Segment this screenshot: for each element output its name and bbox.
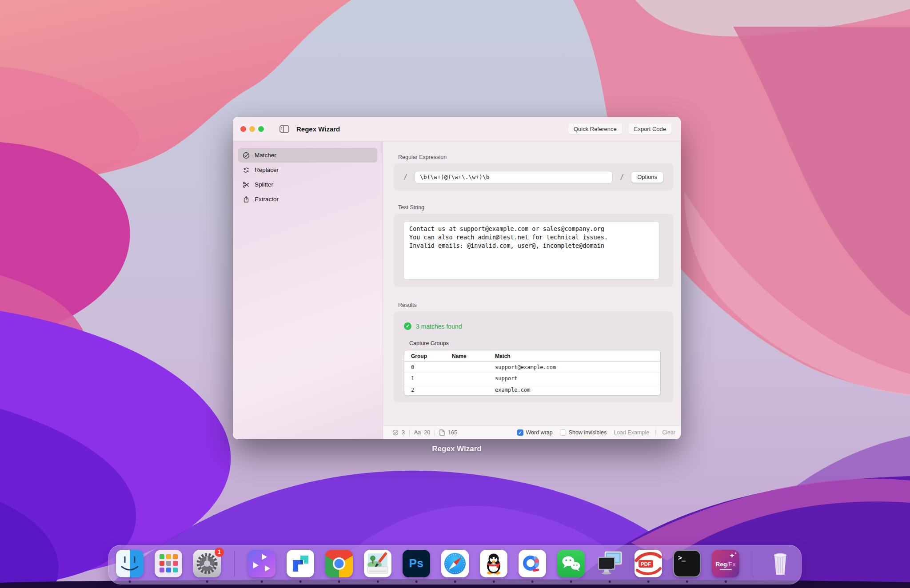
- cell-group: 1: [411, 375, 452, 381]
- dock-item-remote-screens[interactable]: [596, 550, 623, 577]
- titlebar: Regex Wizard Quick Reference Export Code: [233, 117, 681, 141]
- pdf-expert-icon: PDF: [635, 550, 662, 577]
- sidebar-item-label: Replacer: [255, 167, 279, 173]
- baidu-netdisk-icon: [519, 550, 546, 577]
- dock-item-paint-drive-app[interactable]: [364, 550, 391, 577]
- purple-triangles-app-icon: [248, 550, 275, 577]
- dock-item-safari[interactable]: [441, 550, 469, 577]
- dock-item-teambition[interactable]: [287, 550, 314, 577]
- sidebar-item-label: Splitter: [255, 181, 273, 188]
- sparkle-icon: [730, 553, 734, 558]
- sidebar-item-label: Matcher: [255, 152, 276, 159]
- results-section-label: Results: [398, 302, 673, 309]
- sidebar-item-label: Extractor: [255, 196, 279, 203]
- regex-app-name: Reg: [715, 561, 727, 568]
- chrome-icon: [325, 550, 353, 577]
- sidebar-toggle-icon[interactable]: [279, 125, 289, 133]
- status-font-size: 20: [424, 429, 430, 436]
- cell-match: support@example.com: [495, 364, 660, 370]
- paint-drive-app-icon: [364, 550, 391, 577]
- status-match-count: 3: [402, 429, 405, 436]
- dock-item-wechat[interactable]: [557, 550, 585, 577]
- match-count-status: 3 matches found: [416, 323, 462, 330]
- traffic-lights: [240, 126, 264, 132]
- photoshop-icon: Ps: [403, 550, 430, 577]
- word-wrap-checkbox[interactable]: [517, 429, 523, 436]
- regex-wizard-window: Regex Wizard Quick Reference Export Code…: [233, 117, 681, 439]
- sidebar-item-matcher[interactable]: Matcher: [238, 148, 377, 163]
- dock-item-photoshop[interactable]: Ps: [403, 550, 430, 577]
- show-invisibles-toggle[interactable]: Show invisibles: [560, 429, 607, 436]
- sidebar-item-splitter[interactable]: Splitter: [238, 177, 377, 192]
- checkmark-circle-icon: [243, 152, 250, 159]
- terminal-prompt-label: >_: [678, 554, 685, 576]
- test-string-textarea[interactable]: Contact us at support@example.com or sal…: [403, 221, 659, 280]
- dock-item-terminal[interactable]: >_: [673, 550, 701, 577]
- sidebar: Matcher Replacer Splitte: [233, 141, 383, 439]
- table-header-row: Group Name Match: [404, 350, 660, 362]
- column-header-match: Match: [495, 353, 660, 359]
- dock-item-system-settings[interactable]: 1: [193, 550, 221, 577]
- minimize-button[interactable]: [249, 126, 255, 132]
- dock-item-pdf-expert[interactable]: PDF: [635, 550, 662, 577]
- capture-groups-label: Capture Groups: [409, 340, 661, 346]
- zoom-button[interactable]: [258, 126, 264, 132]
- document-icon: [439, 429, 445, 436]
- dock-item-chrome[interactable]: [325, 550, 353, 577]
- sidebar-item-replacer[interactable]: Replacer: [238, 163, 377, 177]
- column-header-group: Group: [411, 353, 452, 359]
- dock: 1: [108, 545, 802, 584]
- load-example-button[interactable]: Load Example: [614, 429, 649, 436]
- window-title: Regex Wizard: [296, 125, 340, 133]
- column-header-name: Name: [452, 353, 495, 359]
- terminal-icon: >_: [673, 550, 701, 577]
- dock-item-finder[interactable]: [116, 550, 144, 577]
- table-row: 1 support: [404, 373, 660, 384]
- success-check-icon: ✓: [404, 322, 411, 330]
- wechat-bubbles-icon: [557, 550, 585, 577]
- scissors-icon: [243, 181, 250, 188]
- regex-pattern-input[interactable]: [415, 171, 613, 183]
- sidebar-item-extractor[interactable]: Extractor: [238, 192, 377, 207]
- cell-group: 0: [411, 364, 452, 370]
- export-code-button[interactable]: Export Code: [628, 123, 672, 135]
- refresh-icon: [243, 167, 250, 174]
- cell-match: example.com: [495, 387, 660, 393]
- regex-options-button[interactable]: Options: [631, 171, 663, 183]
- status-bar: 3 Aa 20 165: [383, 425, 681, 439]
- launchpad-icon: [155, 550, 182, 577]
- capture-groups-table: Group Name Match 0 support@example.com 1…: [404, 350, 661, 396]
- show-invisibles-checkbox[interactable]: [560, 429, 566, 436]
- safari-compass-icon: [441, 550, 469, 577]
- test-string-card: Contact us at support@example.com or sal…: [394, 214, 673, 287]
- dock-item-trash[interactable]: [766, 550, 794, 577]
- regex-wizard-icon: Reg/Ex: [712, 550, 739, 577]
- dock-item-regex-wizard[interactable]: Reg/Ex: [712, 550, 739, 577]
- dock-item-launchpad[interactable]: [155, 550, 182, 577]
- cell-match: support: [495, 375, 660, 381]
- table-row: 0 support@example.com: [404, 362, 660, 373]
- regex-open-delimiter: /: [403, 173, 407, 181]
- clear-button[interactable]: Clear: [662, 429, 675, 436]
- dock-item-baidu-netdisk[interactable]: [519, 550, 546, 577]
- finder-icon: [116, 550, 144, 577]
- window-caption: Regex Wizard: [233, 445, 681, 453]
- test-section-label: Test String: [398, 204, 673, 211]
- cell-group: 2: [411, 387, 452, 393]
- dock-item-purple-triangles-app[interactable]: [248, 550, 275, 577]
- quick-reference-button[interactable]: Quick Reference: [568, 123, 623, 135]
- results-card: ✓ 3 matches found Capture Groups Group N…: [394, 311, 673, 402]
- regex-close-delimiter: /: [620, 173, 624, 181]
- dock-divider: [234, 551, 235, 576]
- close-button[interactable]: [240, 126, 246, 132]
- dock-item-qq[interactable]: [480, 550, 507, 577]
- font-size-icon: Aa: [414, 429, 421, 436]
- teambition-icon: [287, 550, 314, 577]
- status-char-count: 165: [448, 429, 457, 436]
- pdf-label: PDF: [641, 561, 651, 566]
- word-wrap-label: Word wrap: [526, 429, 553, 436]
- dock-divider: [753, 551, 753, 576]
- main-content: Regular Expression / / Options Test Stri…: [383, 141, 681, 439]
- notification-badge: 1: [215, 548, 224, 557]
- word-wrap-toggle[interactable]: Word wrap: [517, 429, 553, 436]
